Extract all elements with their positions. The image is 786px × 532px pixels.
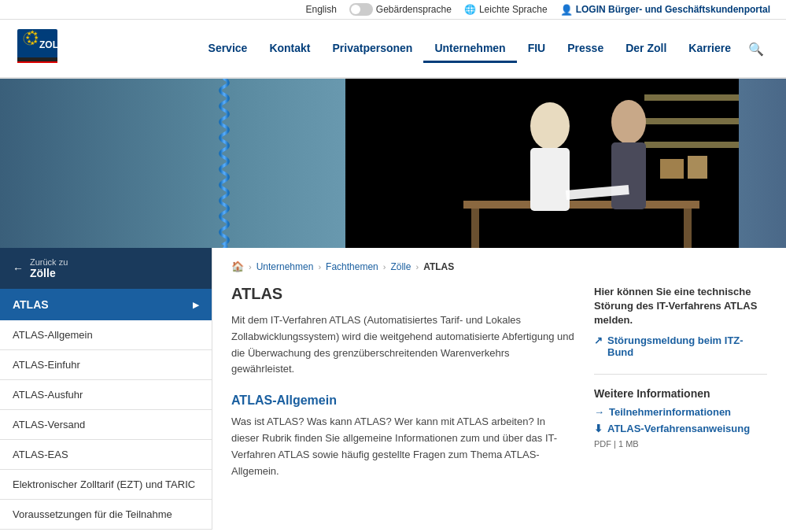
sidebar-back-text: Zurück zu Zölle [30, 257, 68, 279]
easy-lang-icon: 🌐 [464, 4, 476, 15]
back-label: Zurück zu [30, 257, 68, 267]
svg-rect-24 [530, 148, 570, 211]
person-icon: 👤 [560, 4, 573, 16]
svg-rect-21 [471, 209, 479, 248]
svg-point-23 [530, 102, 570, 150]
svg-rect-19 [688, 156, 707, 179]
section1-text: Was ist ATLAS? Was kann ATLAS? Wer kann … [231, 414, 575, 479]
sidebar-link-voraussetzungen[interactable]: Voraussetzungen für die Teilnahme [0, 500, 212, 530]
divider [594, 374, 767, 375]
atlas-download-block: ⬇ ATLAS-Verfahrensanweisung PDF | 1 MB [594, 423, 767, 449]
sidebar-link-atlas-einfuhr[interactable]: ATLAS-Einfuhr [0, 350, 212, 380]
svg-point-25 [611, 100, 646, 144]
svg-rect-10 [17, 57, 57, 61]
arrow-right-icon: ↗ [594, 334, 603, 346]
breadcrumb: 🏠 › Unternehmen › Fachthemen › Zölle › A… [231, 260, 767, 272]
nav-der-zoll[interactable]: Der Zoll [614, 35, 677, 63]
sidebar-link-atlas-ausfuhr[interactable]: ATLAS-Ausfuhr [0, 380, 212, 410]
sidebar-active-atlas[interactable]: ATLAS [0, 289, 212, 320]
breadcrumb-sep-2: › [318, 262, 321, 272]
content-columns: ATLAS Mit dem IT-Verfahren ATLAS (Automa… [231, 285, 767, 479]
login-link[interactable]: LOGIN Bürger- und Geschäftskundenportal [576, 4, 770, 15]
nav-fiu[interactable]: FIU [517, 35, 557, 63]
content-area: 🏠 › Unternehmen › Fachthemen › Zölle › A… [212, 248, 786, 530]
header: ★ ★ ★ ★ ★ ★ ★ ★ ZOLL Servic [0, 20, 786, 79]
svg-rect-22 [684, 209, 692, 248]
easy-language-link[interactable]: Leichte Sprache [479, 4, 548, 15]
main-content: ATLAS Mit dem IT-Verfahren ATLAS (Automa… [231, 285, 575, 479]
disturbance-box: Hier können Sie eine technische Störung … [594, 285, 767, 358]
svg-rect-18 [660, 159, 684, 179]
atlas-verfahren-link[interactable]: ⬇ ATLAS-Verfahrensanweisung [594, 423, 767, 434]
svg-rect-26 [611, 142, 646, 209]
back-title: Zölle [30, 267, 68, 279]
page-body: ← Zurück zu Zölle ATLAS ATLAS-Allgemein … [0, 248, 786, 530]
breadcrumb-zolle[interactable]: Zölle [390, 261, 411, 272]
sidebar: ← Zurück zu Zölle ATLAS ATLAS-Allgemein … [0, 248, 212, 530]
svg-rect-17 [644, 142, 739, 148]
page-title: ATLAS [231, 285, 575, 303]
teilnehmer-link[interactable]: → Teilnehmerinformationen [594, 406, 767, 418]
svg-rect-15 [644, 94, 739, 101]
easy-language-item: 🌐 Leichte Sprache [464, 4, 548, 15]
page-intro-text: Mit dem IT-Verfahren ATLAS (Automatisier… [231, 312, 575, 378]
nav-karriere[interactable]: Karriere [677, 35, 742, 63]
section1-title: ATLAS-Allgemein [231, 393, 575, 408]
sidebar-back-button[interactable]: ← Zurück zu Zölle [0, 248, 212, 289]
more-info-box: Weitere Informationen → Teilnehmerinform… [594, 387, 767, 449]
file-meta: PDF | 1 MB [594, 439, 767, 449]
breadcrumb-current: ATLAS [423, 261, 454, 272]
breadcrumb-unternehmen[interactable]: Unternehmen [256, 261, 314, 272]
top-bar: English Gebärdensprache 🌐 Leichte Sprach… [0, 0, 786, 20]
svg-text:ZOLL: ZOLL [39, 39, 59, 50]
breadcrumb-sep-4: › [415, 262, 419, 272]
sign-language-toggle[interactable] [349, 3, 373, 16]
nav-kontakt[interactable]: Kontakt [258, 35, 321, 63]
hero-coil-decoration [212, 79, 236, 248]
svg-text:★: ★ [25, 35, 30, 40]
hero-image [0, 79, 786, 248]
main-nav: Service Kontakt Privatpersonen Unternehm… [197, 35, 770, 63]
header-top: ★ ★ ★ ★ ★ ★ ★ ★ ZOLL Servic [16, 28, 770, 71]
arrow-right-icon-2: → [594, 406, 604, 418]
login-item: 👤 LOGIN Bürger- und Geschäftskundenporta… [560, 4, 770, 16]
sidebar-link-atlas-versand[interactable]: ATLAS-Versand [0, 410, 212, 440]
back-arrow-icon: ← [13, 262, 24, 275]
search-icon[interactable]: 🔍 [742, 35, 770, 63]
nav-unternehmen[interactable]: Unternehmen [423, 35, 516, 63]
breadcrumb-sep-1: › [249, 262, 252, 272]
disturbance-link[interactable]: ↗ Störungsmeldung beim ITZ-Bund [594, 334, 767, 358]
download-icon: ⬇ [594, 423, 603, 434]
more-info-title: Weitere Informationen [594, 387, 767, 400]
nav-service[interactable]: Service [197, 35, 259, 63]
breadcrumb-sep-3: › [383, 262, 386, 272]
right-sidebar: Hier können Sie eine technische Störung … [594, 285, 767, 479]
sign-language-item: Gebärdensprache [349, 3, 452, 16]
language-english[interactable]: English [305, 4, 336, 15]
breadcrumb-fachthemen[interactable]: Fachthemen [326, 261, 378, 272]
svg-rect-20 [463, 201, 699, 209]
sidebar-link-atlas-allgemein[interactable]: ATLAS-Allgemein [0, 320, 212, 350]
sign-language-label: Gebärdensprache [376, 4, 452, 15]
nav-privatpersonen[interactable]: Privatpersonen [322, 35, 424, 63]
sidebar-link-atlas-eas[interactable]: ATLAS-EAS [0, 440, 212, 470]
nav-presse[interactable]: Presse [556, 35, 614, 63]
disturbance-title: Hier können Sie eine technische Störung … [594, 285, 767, 328]
logo-link[interactable]: ★ ★ ★ ★ ★ ★ ★ ★ ZOLL [16, 28, 59, 71]
home-icon[interactable]: 🏠 [231, 260, 244, 272]
svg-rect-16 [644, 118, 739, 124]
hero-people-image [345, 79, 739, 248]
svg-rect-11 [17, 61, 57, 63]
logo-image: ★ ★ ★ ★ ★ ★ ★ ★ ZOLL [16, 28, 59, 71]
sidebar-link-ezt-taric[interactable]: Elektronischer Zolltarif (EZT) und TARIC [0, 470, 212, 500]
